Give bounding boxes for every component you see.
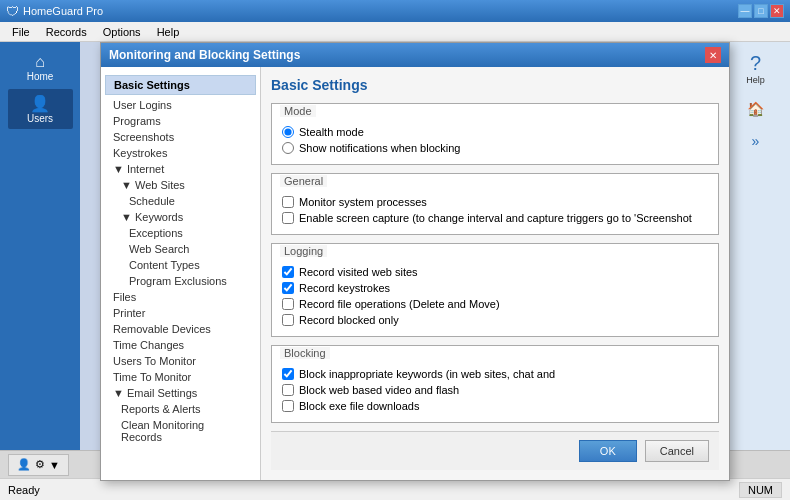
app-logo-icon: 🛡	[6, 4, 19, 19]
menu-bar: File Records Options Help	[0, 22, 790, 42]
enable-screen-checkbox[interactable]	[282, 212, 294, 224]
record-keys-row: Record keystrokes	[282, 280, 708, 296]
menu-records[interactable]: Records	[38, 24, 95, 40]
nav-content-types[interactable]: Content Types	[101, 257, 260, 273]
nav-keystrokes[interactable]: Keystrokes	[101, 145, 260, 161]
title-bar: 🛡 HomeGuard Pro — □ ✕	[0, 0, 790, 22]
block-video-checkbox[interactable]	[282, 384, 294, 396]
dialog-title: Monitoring and Blocking Settings	[109, 48, 300, 62]
monitor-procs-row: Monitor system processes	[282, 194, 708, 210]
block-exe-row: Block exe file downloads	[282, 398, 708, 414]
record-keys-checkbox[interactable]	[282, 282, 294, 294]
block-keywords-label: Block inappropriate keywords (in web sit…	[299, 368, 555, 380]
block-exe-checkbox[interactable]	[282, 400, 294, 412]
block-keywords-row: Block inappropriate keywords (in web sit…	[282, 366, 708, 382]
nav-web-sites[interactable]: ▼ Web Sites	[101, 177, 260, 193]
general-section-inner: Monitor system processes Enable screen c…	[272, 190, 718, 234]
title-bar-left: 🛡 HomeGuard Pro	[6, 4, 103, 19]
sidebar-item-users[interactable]: 👤 Users	[8, 89, 73, 129]
dialog-close-button[interactable]: ✕	[705, 47, 721, 63]
block-keywords-checkbox[interactable]	[282, 368, 294, 380]
nav-time-to-monitor[interactable]: Time To Monitor	[101, 369, 260, 385]
stealth-mode-label: Stealth mode	[299, 126, 364, 138]
close-button[interactable]: ✕	[770, 4, 784, 18]
dialog-overlay: Monitoring and Blocking Settings ✕ Basic…	[100, 42, 790, 478]
mode-section-label: Mode	[280, 105, 316, 117]
general-section: General Monitor system processes Enable …	[271, 173, 719, 235]
record-web-row: Record visited web sites	[282, 264, 708, 280]
home-icon: ⌂	[10, 53, 71, 71]
nav-programs[interactable]: Programs	[101, 113, 260, 129]
dialog-nav: Basic Settings User Logins Programs Scre…	[101, 67, 261, 480]
sidebar-home-label: Home	[27, 71, 54, 82]
nav-files[interactable]: Files	[101, 289, 260, 305]
nav-schedule[interactable]: Schedule	[101, 193, 260, 209]
stealth-mode-row: Stealth mode	[282, 124, 708, 140]
stealth-mode-radio[interactable]	[282, 126, 294, 138]
record-web-label: Record visited web sites	[299, 266, 418, 278]
nav-screenshots[interactable]: Screenshots	[101, 129, 260, 145]
menu-options[interactable]: Options	[95, 24, 149, 40]
dialog-title-bar: Monitoring and Blocking Settings ✕	[101, 43, 729, 67]
logging-section: Logging Record visited web sites Record …	[271, 243, 719, 337]
nav-section-header: Basic Settings	[105, 75, 256, 95]
nav-keywords[interactable]: ▼ Keywords	[101, 209, 260, 225]
dialog-content: Basic Settings Mode Stealth mode Show n	[261, 67, 729, 480]
record-keys-label: Record keystrokes	[299, 282, 390, 294]
ok-button[interactable]: OK	[579, 440, 637, 462]
blocking-section-inner: Block inappropriate keywords (in web sit…	[272, 362, 718, 422]
record-file-label: Record file operations (Delete and Move)	[299, 298, 500, 310]
show-notifications-label: Show notifications when blocking	[299, 142, 460, 154]
enable-screen-label: Enable screen capture (to change interva…	[299, 212, 692, 224]
record-web-checkbox[interactable]	[282, 266, 294, 278]
nav-email-settings[interactable]: ▼ Email Settings	[101, 385, 260, 401]
show-notifications-radio[interactable]	[282, 142, 294, 154]
mode-section: Mode Stealth mode Show notifications whe…	[271, 103, 719, 165]
nav-exceptions[interactable]: Exceptions	[101, 225, 260, 241]
record-blocked-row: Record blocked only	[282, 312, 708, 328]
menu-help[interactable]: Help	[149, 24, 188, 40]
app-sidebar: ⌂ Home 👤 Users	[0, 42, 80, 450]
ready-bar: Ready NUM	[0, 478, 790, 500]
sidebar-item-home[interactable]: ⌂ Home	[8, 48, 73, 87]
nav-clean-monitoring[interactable]: Clean Monitoring Records	[101, 417, 260, 445]
nav-user-logins[interactable]: User Logins	[101, 97, 260, 113]
block-video-row: Block web based video and flash	[282, 382, 708, 398]
ready-label: Ready	[8, 484, 40, 496]
taskbar-user-item[interactable]: 👤 ⚙ ▼	[8, 454, 69, 476]
record-blocked-label: Record blocked only	[299, 314, 399, 326]
record-blocked-checkbox[interactable]	[282, 314, 294, 326]
blocking-section: Blocking Block inappropriate keywords (i…	[271, 345, 719, 423]
monitor-procs-checkbox[interactable]	[282, 196, 294, 208]
block-video-label: Block web based video and flash	[299, 384, 459, 396]
dialog-footer: OK Cancel	[271, 431, 719, 470]
maximize-button[interactable]: □	[754, 4, 768, 18]
block-exe-label: Block exe file downloads	[299, 400, 419, 412]
enable-screen-row: Enable screen capture (to change interva…	[282, 210, 708, 226]
nav-program-exclusions[interactable]: Program Exclusions	[101, 273, 260, 289]
cancel-button[interactable]: Cancel	[645, 440, 709, 462]
sidebar-users-label: Users	[27, 113, 53, 124]
mode-section-inner: Stealth mode Show notifications when blo…	[272, 120, 718, 164]
app-title: HomeGuard Pro	[23, 5, 103, 17]
num-indicator: NUM	[739, 482, 782, 498]
nav-users-to-monitor[interactable]: Users To Monitor	[101, 353, 260, 369]
nav-web-search[interactable]: Web Search	[101, 241, 260, 257]
taskbar-user-icon: 👤	[17, 458, 31, 471]
title-bar-controls: — □ ✕	[738, 4, 784, 18]
nav-internet[interactable]: ▼ Internet	[101, 161, 260, 177]
nav-time-changes[interactable]: Time Changes	[101, 337, 260, 353]
nav-reports-alerts[interactable]: Reports & Alerts	[101, 401, 260, 417]
record-file-checkbox[interactable]	[282, 298, 294, 310]
taskbar-settings-icon: ⚙	[35, 458, 45, 471]
general-section-label: General	[280, 175, 327, 187]
logging-section-inner: Record visited web sites Record keystrok…	[272, 260, 718, 336]
menu-file[interactable]: File	[4, 24, 38, 40]
nav-removable-devices[interactable]: Removable Devices	[101, 321, 260, 337]
minimize-button[interactable]: —	[738, 4, 752, 18]
content-title: Basic Settings	[271, 77, 719, 93]
nav-printer[interactable]: Printer	[101, 305, 260, 321]
monitoring-dialog: Monitoring and Blocking Settings ✕ Basic…	[100, 42, 730, 481]
dialog-body: Basic Settings User Logins Programs Scre…	[101, 67, 729, 480]
users-icon: 👤	[10, 94, 71, 113]
